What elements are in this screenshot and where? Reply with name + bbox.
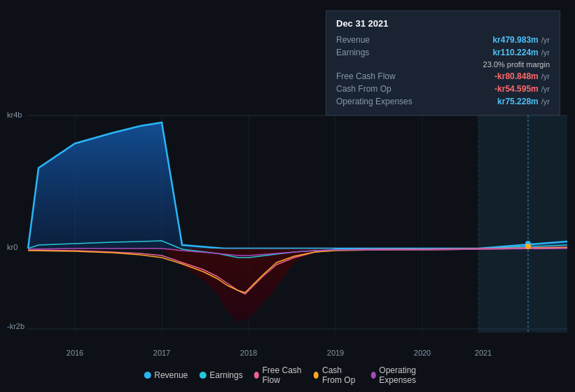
tooltip-label-fcf: Free Cash Flow bbox=[336, 71, 396, 81]
x-label-2020: 2020 bbox=[414, 349, 431, 357]
legend-label-opex: Operating Expenses bbox=[379, 365, 431, 385]
tooltip-box: Dec 31 2021 Revenue kr479.983m /yr Earni… bbox=[326, 10, 560, 115]
legend-item-revenue[interactable]: Revenue bbox=[144, 370, 188, 380]
x-label-2019: 2019 bbox=[327, 349, 344, 357]
chart-legend: Revenue Earnings Free Cash Flow Cash Fro… bbox=[144, 365, 431, 385]
legend-dot-revenue bbox=[144, 372, 151, 379]
tooltip-label-opex: Operating Expenses bbox=[336, 97, 413, 106]
tooltip-label-earnings: Earnings bbox=[336, 48, 369, 57]
tooltip-label-revenue: Revenue bbox=[336, 35, 370, 45]
x-label-2021: 2021 bbox=[475, 349, 492, 357]
legend-item-fcf[interactable]: Free Cash Flow bbox=[254, 365, 303, 385]
tooltip-value-revenue: kr479.983m bbox=[492, 35, 538, 45]
tooltip-value-cashop: -kr54.595m bbox=[494, 84, 539, 94]
legend-label-fcf: Free Cash Flow bbox=[262, 365, 303, 385]
x-label-2018: 2018 bbox=[240, 349, 257, 357]
tooltip-value-opex: kr75.228m bbox=[497, 97, 539, 106]
tooltip-suffix-opex: /yr bbox=[541, 97, 550, 106]
tooltip-suffix-cashop: /yr bbox=[541, 85, 550, 93]
margin-value: 23.0% bbox=[483, 60, 505, 69]
legend-item-earnings[interactable]: Earnings bbox=[199, 370, 242, 380]
legend-label-revenue: Revenue bbox=[154, 370, 188, 380]
legend-label-cashop: Cash From Op bbox=[322, 365, 360, 385]
y-axis-bottom-label: -kr2b bbox=[7, 322, 25, 330]
tooltip-row-cashop: Cash From Op -kr54.595m /yr bbox=[336, 83, 550, 95]
x-label-2017: 2017 bbox=[153, 349, 170, 357]
tooltip-profit-margin: 23.0% profit margin bbox=[483, 60, 550, 69]
legend-dot-earnings bbox=[199, 372, 206, 379]
legend-item-opex[interactable]: Operating Expenses bbox=[370, 365, 431, 385]
y-axis-zero-label: kr0 bbox=[7, 243, 18, 251]
chart-container: kr4b kr0 -kr2b 2016 2017 2018 2019 2020 … bbox=[0, 0, 575, 392]
y-axis-top-label: kr4b bbox=[7, 111, 22, 119]
tooltip-suffix-revenue: /yr bbox=[541, 36, 550, 44]
tooltip-row-margin: 23.0% profit margin bbox=[336, 59, 550, 70]
legend-label-earnings: Earnings bbox=[209, 370, 242, 380]
svg-rect-10 bbox=[478, 115, 567, 332]
margin-label: profit margin bbox=[507, 60, 550, 69]
tooltip-row-fcf: Free Cash Flow -kr80.848m /yr bbox=[336, 70, 550, 83]
tooltip-row-earnings: Earnings kr110.224m /yr bbox=[336, 46, 550, 59]
tooltip-suffix-earnings: /yr bbox=[541, 48, 550, 57]
x-label-2016: 2016 bbox=[67, 349, 83, 357]
tooltip-suffix-fcf: /yr bbox=[541, 72, 550, 80]
legend-dot-fcf bbox=[254, 372, 259, 379]
legend-dot-opex bbox=[370, 372, 375, 379]
tooltip-label-cashop: Cash From Op bbox=[336, 84, 392, 94]
legend-item-cashop[interactable]: Cash From Op bbox=[314, 365, 359, 385]
legend-dot-cashop bbox=[314, 372, 319, 379]
tooltip-row-opex: Operating Expenses kr75.228m /yr bbox=[336, 95, 550, 108]
tooltip-row-revenue: Revenue kr479.983m /yr bbox=[336, 34, 550, 46]
svg-point-13 bbox=[525, 244, 531, 249]
tooltip-title: Dec 31 2021 bbox=[336, 18, 550, 29]
tooltip-value-fcf: -kr80.848m bbox=[494, 71, 539, 81]
tooltip-value-earnings: kr110.224m bbox=[492, 48, 538, 57]
